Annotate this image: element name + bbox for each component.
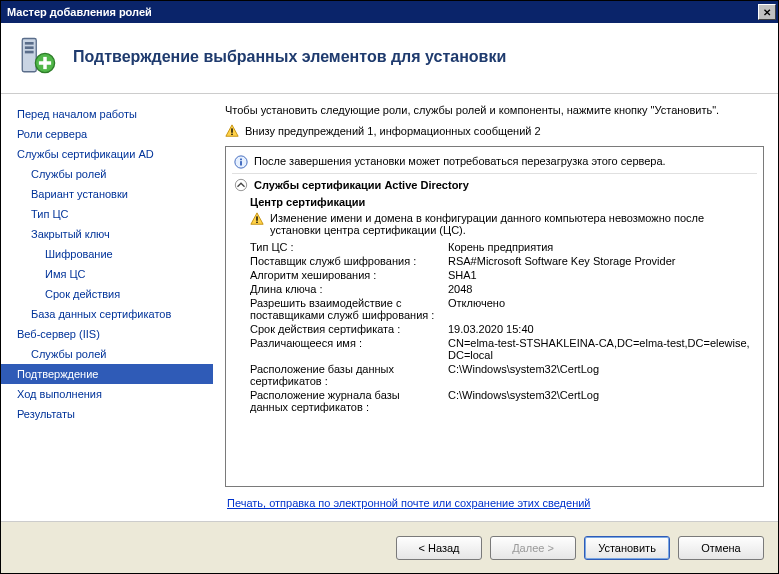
property-value: SHA1 xyxy=(448,269,757,281)
property-row: Разрешить взаимодействие с поставщиками … xyxy=(232,296,757,322)
sidebar-item[interactable]: Ход выполнения xyxy=(1,384,213,404)
property-row: Расположение журнала базы данных сертифи… xyxy=(232,388,757,414)
sidebar-item[interactable]: Шифрование xyxy=(1,244,213,264)
property-row: Поставщик служб шифрования :RSA#Microsof… xyxy=(232,254,757,268)
svg-rect-1 xyxy=(25,42,34,45)
property-value: Отключено xyxy=(448,297,757,321)
svg-rect-6 xyxy=(39,61,51,65)
install-button[interactable]: Установить xyxy=(584,536,670,560)
warning-icon xyxy=(225,124,239,138)
property-label: Расположение журнала базы данных сертифи… xyxy=(250,389,440,413)
summary-text: Внизу предупреждений 1, информационных с… xyxy=(245,125,541,137)
sidebar-item[interactable]: Вариант установки xyxy=(1,184,213,204)
info-message: После завершения установки может потребо… xyxy=(254,155,666,167)
window-title: Мастер добавления ролей xyxy=(7,6,152,18)
sidebar-item[interactable]: Службы ролей xyxy=(1,344,213,364)
cancel-button[interactable]: Отмена xyxy=(678,536,764,560)
svg-rect-3 xyxy=(25,51,34,54)
info-message-row: После завершения установки может потребо… xyxy=(232,151,757,174)
wizard-window: Мастер добавления ролей ✕ Подтверждение … xyxy=(0,0,779,574)
sidebar-item[interactable]: Службы ролей xyxy=(1,164,213,184)
server-role-icon xyxy=(17,35,59,79)
warning-note: Изменение имени и домена в конфигурации … xyxy=(270,212,757,236)
property-value: C:\Windows\system32\CertLog xyxy=(448,389,757,413)
warning-icon xyxy=(250,212,264,226)
details-panel[interactable]: После завершения установки может потребо… xyxy=(225,146,764,487)
property-value: RSA#Microsoft Software Key Storage Provi… xyxy=(448,255,757,267)
property-value: Корень предприятия xyxy=(448,241,757,253)
content-area: Чтобы установить следующие роли, службы … xyxy=(213,94,778,521)
wizard-header: Подтверждение выбранных элементов для ус… xyxy=(1,23,778,94)
sidebar-item[interactable]: Роли сервера xyxy=(1,124,213,144)
property-value: C:\Windows\system32\CertLog xyxy=(448,363,757,387)
property-label: Алгоритм хеширования : xyxy=(250,269,440,281)
property-row: Срок действия сертификата :19.03.2020 15… xyxy=(232,322,757,336)
intro-text: Чтобы установить следующие роли, службы … xyxy=(225,104,764,116)
wizard-steps-sidebar: Перед началом работыРоли сервераСлужбы с… xyxy=(1,94,213,521)
sidebar-item[interactable]: База данных сертификатов xyxy=(1,304,213,324)
export-link[interactable]: Печать, отправка по электронной почте ил… xyxy=(227,497,591,509)
info-icon xyxy=(234,155,248,169)
property-label: Срок действия сертификата : xyxy=(250,323,440,335)
sidebar-item[interactable]: Подтверждение xyxy=(1,364,213,384)
subsection-title: Центр сертификации xyxy=(232,194,757,210)
section-header[interactable]: Службы сертификации Active Directory xyxy=(232,174,757,194)
next-button: Далее > xyxy=(490,536,576,560)
property-label: Расположение базы данных сертификатов : xyxy=(250,363,440,387)
property-value: 19.03.2020 15:40 xyxy=(448,323,757,335)
property-row: Длина ключа :2048 xyxy=(232,282,757,296)
svg-rect-11 xyxy=(240,159,242,161)
property-value: 2048 xyxy=(448,283,757,295)
svg-point-12 xyxy=(235,179,246,190)
page-title: Подтверждение выбранных элементов для ус… xyxy=(73,48,506,66)
sidebar-item[interactable]: Перед началом работы xyxy=(1,104,213,124)
property-label: Длина ключа : xyxy=(250,283,440,295)
svg-rect-14 xyxy=(256,222,257,223)
property-row: Алгоритм хеширования :SHA1 xyxy=(232,268,757,282)
property-label: Различающееся имя : xyxy=(250,337,440,361)
property-label: Тип ЦС : xyxy=(250,241,440,253)
svg-rect-7 xyxy=(231,128,232,132)
property-label: Поставщик служб шифрования : xyxy=(250,255,440,267)
back-button[interactable]: < Назад xyxy=(396,536,482,560)
svg-rect-13 xyxy=(256,216,257,220)
sidebar-item[interactable]: Закрытый ключ xyxy=(1,224,213,244)
summary-line: Внизу предупреждений 1, информационных с… xyxy=(225,124,764,138)
svg-rect-2 xyxy=(25,46,34,49)
property-label: Разрешить взаимодействие с поставщиками … xyxy=(250,297,440,321)
sidebar-item[interactable]: Службы сертификации AD xyxy=(1,144,213,164)
titlebar[interactable]: Мастер добавления ролей ✕ xyxy=(1,1,778,23)
sidebar-item[interactable]: Тип ЦС xyxy=(1,204,213,224)
collapse-icon[interactable] xyxy=(234,178,248,192)
sidebar-item[interactable]: Срок действия xyxy=(1,284,213,304)
export-link-row: Печать, отправка по электронной почте ил… xyxy=(225,487,764,513)
sidebar-item[interactable]: Веб-сервер (IIS) xyxy=(1,324,213,344)
property-value: CN=elma-test-STSHAKLEINA-CA,DC=elma-test… xyxy=(448,337,757,361)
property-row: Тип ЦС :Корень предприятия xyxy=(232,240,757,254)
sidebar-item[interactable]: Имя ЦС xyxy=(1,264,213,284)
sidebar-item[interactable]: Результаты xyxy=(1,404,213,424)
property-row: Различающееся имя :CN=elma-test-STSHAKLE… xyxy=(232,336,757,362)
close-icon: ✕ xyxy=(763,7,771,18)
svg-rect-8 xyxy=(231,134,232,135)
warning-note-row: Изменение имени и домена в конфигурации … xyxy=(232,210,757,240)
property-row: Расположение базы данных сертификатов :C… xyxy=(232,362,757,388)
wizard-footer: < Назад Далее > Установить Отмена xyxy=(1,521,778,573)
section-title: Службы сертификации Active Directory xyxy=(254,179,469,191)
svg-rect-10 xyxy=(240,161,242,165)
close-button[interactable]: ✕ xyxy=(758,4,776,20)
